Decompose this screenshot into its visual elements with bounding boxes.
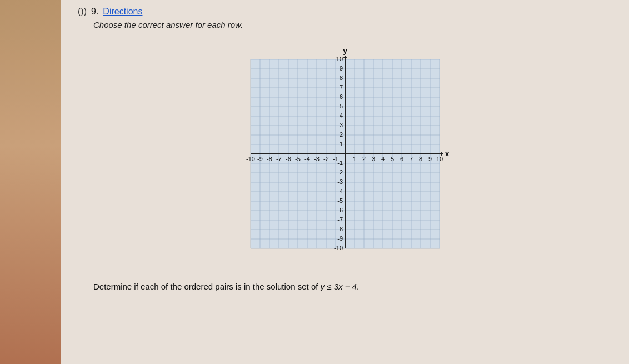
icon-symbol: ()) [78,7,87,17]
question-number: 9. [91,7,98,17]
question-icon: ()) [78,7,87,17]
question-header: ()) 9. Directions [78,7,612,17]
graph-container [78,37,612,271]
directions-subtitle: Choose the correct answer for each row. [93,20,612,29]
main-content: ()) 9. Directions Choose the correct ans… [61,0,629,364]
left-panel [0,0,61,364]
graph-wrapper [228,37,462,271]
bottom-text: Determine if each of the ordered pairs i… [93,282,612,291]
directions-link[interactable]: Directions [103,7,142,17]
